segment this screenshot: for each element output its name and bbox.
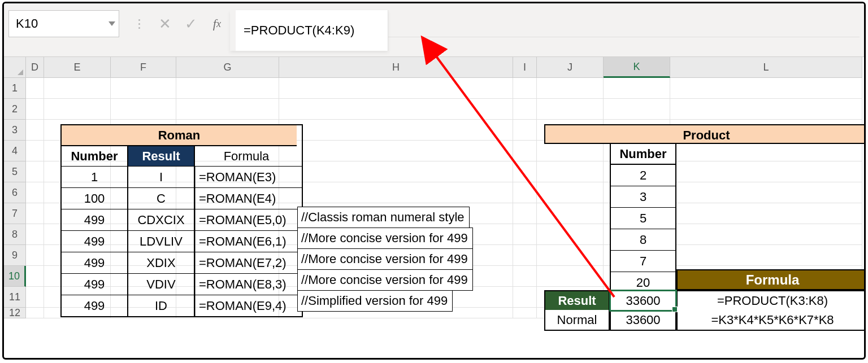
row-hdr-9[interactable]: 9 [4,245,26,266]
cell-L11[interactable]: =K3*K4*K5*K6*K7*K8 [676,310,866,331]
name-box[interactable]: K10 [8,10,119,37]
row-hdr-7[interactable]: 7 [4,203,26,224]
comment-concise2[interactable]: //More concise version for 499 [297,248,473,270]
cell-K10-selected[interactable]: 33600 [610,290,676,311]
col-hdr-G[interactable]: G [176,57,279,78]
comment-concise1[interactable]: //More concise version for 499 [297,228,473,249]
cell-K7[interactable]: 8 [611,229,675,251]
formula-bar-input[interactable]: =PRODUCT(K4:K9) [230,10,388,51]
cell-K6[interactable]: 5 [611,208,675,229]
table-row: 499 LDVLIV =ROMAN(E6,1) [62,230,302,252]
comment-simplified[interactable]: //Simplified version for 499 [297,290,453,312]
cancel-icon[interactable]: ✕ [152,15,178,33]
col-hdr-L[interactable]: L [670,57,862,78]
col-hdr-J[interactable]: J [537,57,604,78]
cell-L10[interactable]: =PRODUCT(K3:K8) [676,290,866,311]
table-row: 499 ID =ROMAN(E9,4) [62,295,302,316]
row-hdr-2[interactable]: 2 [4,99,26,120]
table-row: 499 VDIV =ROMAN(E8,3) [62,273,302,295]
formula-bar-area: K10 ✕ ✓ fx =PRODUCT(K4:K9) [4,3,864,37]
product-number-column: 2 3 5 8 7 20 [610,165,676,294]
roman-hdr-result: Result [128,146,195,166]
product-title: Product [544,124,866,144]
row-hdr-3[interactable]: 3 [4,120,26,141]
row-hdr-10[interactable]: 10 [4,266,26,287]
product-formula-hdr: Formula [676,269,866,290]
row-hdr-8[interactable]: 8 [4,224,26,245]
product-hdr-number: Number [610,144,676,165]
col-hdr-K[interactable]: K [604,57,670,78]
name-box-dropdown-icon[interactable] [108,21,115,26]
table-row: 499 XDIX =ROMAN(E7,2) [62,252,302,273]
name-box-value: K10 [16,16,38,31]
table-row: 1 I =ROMAN(E3) [62,166,302,187]
product-result-label: Result [544,290,610,311]
roman-table: Roman Number Result Formula 1 I =ROMAN(E… [60,124,303,317]
select-all-corner[interactable] [4,57,26,78]
product-table: Product Number 2 3 5 8 7 20 Formula Resu… [544,124,866,144]
col-hdr-I[interactable]: I [513,57,537,78]
row-hdr-5[interactable]: 5 [4,161,26,182]
row-hdr-11[interactable]: 11 [4,287,26,308]
formula-bar-text: =PRODUCT(K4:K9) [244,23,354,38]
accept-icon[interactable]: ✓ [178,15,204,33]
comment-classic[interactable]: //Classis roman numeral style [297,207,470,228]
roman-title: Roman [62,125,297,146]
cell-K11[interactable]: 33600 [610,310,676,331]
vdots-icon [126,19,152,29]
comment-concise3[interactable]: //More concise version for 499 [297,269,473,291]
roman-hdr-number: Number [62,146,128,166]
roman-hdr-formula: Formula [195,146,298,166]
row-hdr-12[interactable]: 12 [4,308,26,318]
product-normal-label: Normal [544,310,610,331]
col-hdr-F[interactable]: F [111,57,176,78]
col-hdr-E[interactable]: E [44,57,111,78]
table-row: 100 C =ROMAN(E4) [62,187,302,209]
cell-K5[interactable]: 3 [611,186,675,208]
row-hdr-6[interactable]: 6 [4,182,26,203]
fx-icon[interactable]: fx [204,16,230,31]
cell-K4[interactable]: 2 [611,165,675,186]
col-hdr-H[interactable]: H [279,57,513,78]
col-hdr-D[interactable]: D [26,57,44,78]
row-hdr-1[interactable]: 1 [4,78,26,99]
cell-K8[interactable]: 7 [611,251,675,272]
table-row: 499 CDXCIX =ROMAN(E5,0) [62,209,302,230]
row-hdr-4[interactable]: 4 [4,141,26,161]
